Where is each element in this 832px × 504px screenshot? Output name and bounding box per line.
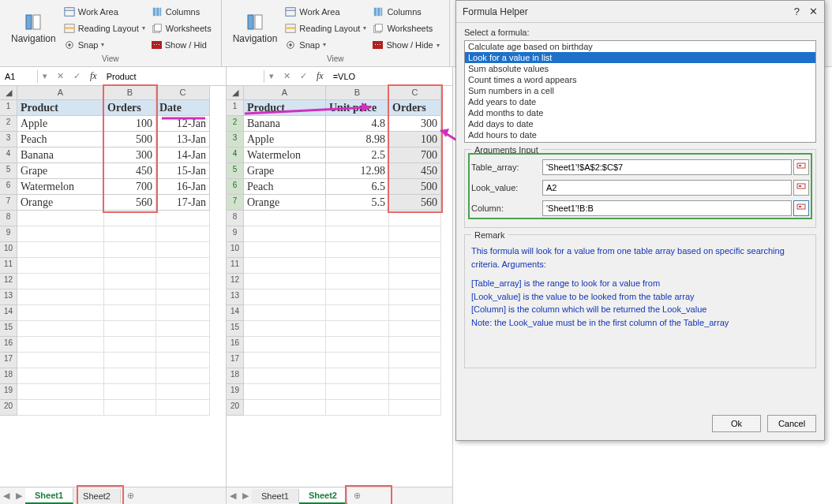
row-hdr[interactable]: 3	[227, 132, 244, 147]
row-hdr[interactable]: 18	[0, 368, 17, 384]
table-header[interactable]: Product	[17, 100, 104, 116]
cell[interactable]	[156, 400, 210, 416]
show-hide-button-2[interactable]: ⋯Show / Hide	[369, 39, 442, 51]
cell[interactable]: 300	[389, 116, 441, 132]
formula-input-1[interactable]	[102, 70, 226, 83]
cell[interactable]: 13-Jan	[156, 132, 210, 147]
name-box-dropdown-2[interactable]: ▾	[264, 71, 279, 81]
cell[interactable]	[244, 321, 326, 337]
cell[interactable]	[156, 321, 210, 337]
cell[interactable]	[244, 258, 326, 274]
name-box-2[interactable]	[227, 70, 264, 83]
cell[interactable]	[389, 289, 441, 305]
row-hdr[interactable]: 19	[227, 384, 244, 400]
table-header[interactable]: Orders	[104, 100, 156, 116]
cell[interactable]: Grape	[17, 163, 104, 179]
cell[interactable]	[17, 368, 104, 384]
cell[interactable]	[244, 274, 326, 289]
cell[interactable]	[326, 289, 389, 305]
cell[interactable]	[389, 321, 441, 337]
grid-2[interactable]: ◢ A B C 1 Product Unit price Orders 2 Ba…	[227, 86, 452, 416]
cell[interactable]	[156, 305, 210, 321]
cell[interactable]: 450	[104, 163, 156, 179]
cell[interactable]	[156, 289, 210, 305]
cell[interactable]: 700	[389, 147, 441, 163]
row-hdr[interactable]: 11	[0, 258, 17, 274]
table-array-input[interactable]	[542, 159, 792, 175]
columns-button[interactable]: Columns	[148, 5, 215, 19]
formula-list-item[interactable]: Add months to date	[465, 107, 815, 118]
cell[interactable]	[389, 400, 441, 416]
range-picker-icon-active[interactable]	[793, 200, 809, 216]
dialog-titlebar[interactable]: Formula Helper ? ✕	[456, 1, 824, 23]
cell[interactable]	[17, 400, 104, 416]
cell[interactable]	[244, 226, 326, 242]
sheet-nav-next-1[interactable]: ▶	[13, 491, 25, 501]
cell[interactable]: 500	[104, 132, 156, 147]
sheet-add-2[interactable]: ⊕	[347, 491, 367, 501]
cell[interactable]	[326, 274, 389, 289]
row-hdr[interactable]: 10	[0, 242, 17, 258]
name-box-dropdown-1[interactable]: ▾	[38, 71, 52, 81]
cell[interactable]: 560	[389, 195, 441, 211]
formula-input-2[interactable]	[328, 70, 452, 83]
cell[interactable]: 100	[389, 132, 441, 147]
cell[interactable]	[326, 211, 389, 226]
cell[interactable]	[156, 384, 210, 400]
cell[interactable]	[17, 289, 104, 305]
cell[interactable]	[17, 321, 104, 337]
row-hdr[interactable]: 16	[227, 337, 244, 353]
cell[interactable]	[156, 258, 210, 274]
cell[interactable]	[17, 274, 104, 289]
cell[interactable]: 4.8	[326, 116, 389, 132]
cell[interactable]	[389, 226, 441, 242]
cell[interactable]	[156, 274, 210, 289]
cell[interactable]	[104, 274, 156, 289]
cell[interactable]	[244, 353, 326, 368]
cell[interactable]	[17, 337, 104, 353]
fx-icon-1[interactable]: fx	[85, 70, 102, 82]
cell[interactable]	[326, 242, 389, 258]
cell[interactable]	[104, 305, 156, 321]
formula-list-item[interactable]: Calculate age based on birthday	[465, 41, 815, 52]
col-hdr-B-2[interactable]: B	[326, 86, 389, 100]
table-header[interactable]: Orders	[389, 100, 441, 116]
cell[interactable]	[17, 242, 104, 258]
sheet-nav-next-2[interactable]: ▶	[239, 491, 252, 501]
formula-list-item[interactable]: Sum absolute values	[465, 63, 815, 74]
cell[interactable]	[244, 337, 326, 353]
col-hdr-C-1[interactable]: C	[156, 86, 210, 100]
cell[interactable]	[104, 368, 156, 384]
ok-button[interactable]: Ok	[712, 415, 761, 432]
cell[interactable]	[389, 242, 441, 258]
row-hdr[interactable]: 11	[227, 258, 244, 274]
columns-button-2[interactable]: Columns	[369, 5, 442, 19]
cell[interactable]: 14-Jan	[156, 147, 210, 163]
cell[interactable]	[389, 353, 441, 368]
snap-button-2[interactable]: Snap	[282, 38, 369, 52]
select-all-2[interactable]: ◢	[227, 86, 244, 100]
cell[interactable]	[104, 384, 156, 400]
row-hdr[interactable]: 17	[227, 353, 244, 368]
cell[interactable]	[104, 211, 156, 226]
col-hdr-A-2[interactable]: A	[244, 86, 326, 100]
row-hdr[interactable]: 4	[227, 147, 244, 163]
row-hdr[interactable]: 4	[0, 147, 17, 163]
range-picker-icon[interactable]	[793, 159, 809, 175]
cell[interactable]: 5.5	[326, 195, 389, 211]
formula-list-item[interactable]: Add days to date	[465, 118, 815, 129]
cell[interactable]	[326, 226, 389, 242]
row-hdr[interactable]: 9	[227, 226, 244, 242]
cell[interactable]	[326, 353, 389, 368]
row-hdr[interactable]: 13	[0, 289, 17, 305]
work-area-button-2[interactable]: Work Area	[282, 5, 369, 19]
formula-list-item[interactable]: Look for a value in list	[465, 52, 815, 63]
cell[interactable]	[389, 258, 441, 274]
cell[interactable]	[104, 226, 156, 242]
enter-formula-icon-2[interactable]: ✓	[295, 71, 312, 81]
cell[interactable]	[326, 368, 389, 384]
cell[interactable]	[17, 384, 104, 400]
close-icon[interactable]: ✕	[809, 6, 818, 17]
cell[interactable]	[156, 368, 210, 384]
cancel-formula-icon-2[interactable]: ✕	[279, 71, 295, 81]
